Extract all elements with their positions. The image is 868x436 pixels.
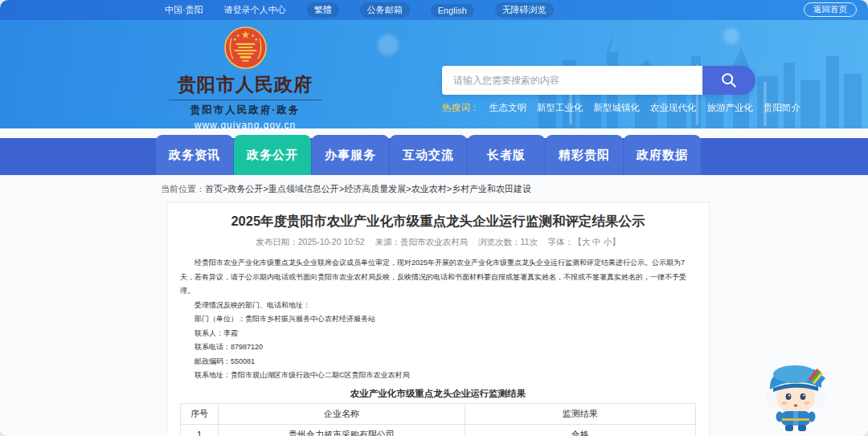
national-emblem-icon — [223, 26, 268, 71]
decoration-dot — [378, 35, 399, 55]
publish-date: 发布日期：2025-10-20 10:52 — [256, 237, 364, 247]
breadcrumb: 当前位置：首页>政务公开>重点领域信息公开>经济高质量发展>农业农村>乡村产业和… — [0, 175, 868, 195]
top-utility-bar: 中国·贵阳 请登录个人中心 繁體 公务邮箱 English 无障碍浏览 返回首页 — [0, 0, 868, 20]
search-area: 热搜词： 生态文明 新型工业化 新型城镇化 农业现代化 旅游产业化 贵阳简介 — [442, 66, 755, 114]
hot-search-term[interactable]: 新型城镇化 — [594, 102, 641, 114]
article-title: 2025年度贵阳市农业产业化市级重点龙头企业运行监测和评定结果公示 — [180, 212, 696, 230]
site-header: 贵阳市人民政府 贵阳市人民政府·政务 www.guiyang.gov.cn 热搜… — [0, 20, 868, 128]
site-logo[interactable]: 贵阳市人民政府 贵阳市人民政府·政务 www.guiyang.gov.cn — [169, 26, 321, 128]
contact-phone: 联系电话：87987120 — [180, 340, 696, 355]
mascot-icon — [764, 361, 828, 433]
breadcrumb-label: 当前位置： — [161, 184, 205, 194]
nav-tab-services[interactable]: 办事服务 — [312, 135, 389, 175]
view-count: 浏览次数：11次 — [478, 237, 538, 247]
hot-search-term[interactable]: 农业现代化 — [650, 102, 697, 114]
main-navigation: 政务资讯 政务公开 办事服务 互动交流 长者版 精彩贵阳 政府数据 — [0, 128, 868, 175]
paragraph: 受理情况反映的部门、电话和地址： — [180, 299, 696, 313]
topbar-link-china-guiyang[interactable]: 中国·贵阳 — [165, 4, 203, 16]
hot-search-row: 热搜词： 生态文明 新型工业化 新型城镇化 农业现代化 旅游产业化 贵阳简介 — [442, 102, 755, 114]
row-index: 1 — [181, 424, 219, 436]
hot-search-label: 热搜词： — [442, 102, 479, 114]
article-card: 2025年度贵阳市农业产业化市级重点龙头企业运行监测和评定结果公示 发布日期：2… — [166, 202, 710, 436]
browser-page: 中国·贵阳 请登录个人中心 繁體 公务邮箱 English 无障碍浏览 返回首页 — [0, 0, 868, 436]
column-header-company: 企业名称 — [219, 403, 465, 424]
nav-tab-government-data[interactable]: 政府数据 — [624, 135, 701, 175]
paragraph: 经贵阳市农业产业化市级重点龙头企业联席会议成员单位审定，现对2025年开展的农业… — [180, 256, 696, 299]
hot-search-term[interactable]: 旅游产业化 — [707, 102, 754, 114]
postal-code: 邮政编码：550081 — [180, 355, 696, 369]
site-subtitle: 贵阳市人民政府·政务 — [169, 104, 321, 117]
company-name: 贵州合力超市采购有限公司 — [219, 424, 465, 436]
article-meta: 发布日期：2025-10-20 10:52 来源：贵阳市农业农村局 浏览次数：1… — [180, 237, 696, 248]
nav-tab-interaction[interactable]: 互动交流 — [390, 135, 467, 175]
nav-tab-government-news[interactable]: 政务资讯 — [156, 135, 233, 175]
mascot-assistant[interactable] — [764, 361, 828, 433]
topbar-link-login-personal-center[interactable]: 请登录个人中心 — [224, 4, 286, 16]
contact-address: 联系地址：贵阳市观山湖区市级行政中心二期C区贵阳市农业农村局 — [180, 369, 696, 383]
column-header-index: 序号 — [181, 403, 219, 424]
nav-tab-senior-version[interactable]: 长者版 — [468, 135, 545, 175]
topbar-link-traditional-chinese[interactable]: 繁體 — [307, 2, 339, 18]
hot-search-term[interactable]: 贵阳简介 — [764, 102, 800, 114]
back-home-button[interactable]: 返回首页 — [804, 2, 857, 17]
search-input[interactable] — [442, 66, 702, 95]
topbar-link-accessibility[interactable]: 无障碍浏览 — [495, 2, 554, 18]
site-title: 贵阳市人民政府 — [169, 72, 321, 100]
nav-tab-wonderful-guiyang[interactable]: 精彩贵阳 — [546, 135, 623, 175]
contact-person: 联系人：李霞 — [180, 327, 696, 341]
hot-search-term[interactable]: 新型工业化 — [537, 102, 583, 114]
article-body: 经贵阳市农业产业化市级重点龙头企业联席会议成员单位审定，现对2025年开展的农业… — [180, 256, 696, 436]
hot-search-term[interactable]: 生态文明 — [489, 102, 526, 114]
table-row: 1 贵州合力超市采购有限公司 合格 — [181, 424, 696, 436]
font-size-controls[interactable]: 字体：【大 中 小】 — [548, 237, 620, 247]
column-header-result: 监测结果 — [465, 403, 695, 424]
search-icon — [720, 71, 738, 89]
content-area: 当前位置：首页>政务公开>重点领域信息公开>经济高质量发展>农业农村>乡村产业和… — [0, 175, 868, 436]
contact-department: 部门（单位）：贵阳市乡村振兴服务中心农村经济服务站 — [180, 312, 696, 327]
topbar-link-english[interactable]: English — [431, 4, 474, 17]
table-header-row: 序号 企业名称 监测结果 — [181, 403, 696, 424]
article-source: 来源：贵阳市农业农村局 — [375, 237, 469, 247]
table-caption: 农业产业化市级重点龙头企业运行监测结果 — [180, 388, 696, 400]
monitoring-result: 合格 — [465, 424, 695, 436]
site-url: www.guiyang.gov.cn — [169, 120, 321, 128]
topbar-link-official-mail[interactable]: 公务邮箱 — [360, 2, 410, 18]
search-button[interactable] — [702, 66, 755, 95]
nav-tab-government-disclosure[interactable]: 政务公开 — [234, 135, 311, 175]
breadcrumb-path[interactable]: 首页>政务公开>重点领域信息公开>经济高质量发展>农业农村>乡村产业和农田建设 — [205, 184, 531, 194]
monitoring-result-table: 序号 企业名称 监测结果 1 贵州合力超市采购有限公司 合格 2 — [180, 403, 696, 436]
